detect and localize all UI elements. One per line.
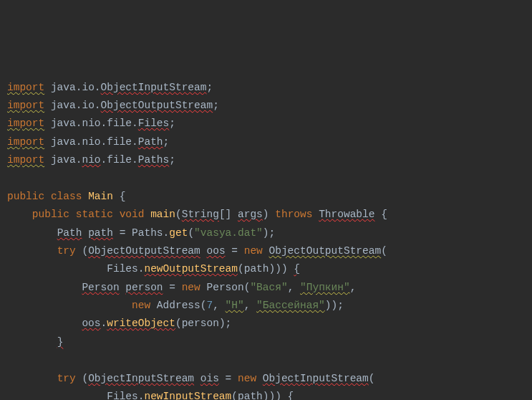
code-line: import java.nio.file.Paths;: [7, 151, 525, 169]
keyword-import: import: [7, 154, 44, 166]
code-line: import java.nio.file.Files;: [7, 115, 525, 133]
keyword-import: import: [7, 136, 44, 148]
blank-line: [7, 169, 525, 187]
code-editor[interactable]: import java.io.ObjectInputStream;import …: [7, 79, 525, 401]
code-line: Files.newOutputStream(path))) {: [7, 260, 525, 278]
code-line: Files.newInputStream(path))) {: [7, 388, 525, 400]
code-line: new Address(7, "Н", "Бассейная"));: [7, 297, 525, 315]
keyword-import: import: [7, 100, 44, 111]
code-line: public class Main {: [7, 188, 525, 206]
code-line: import java.io.ObjectOutputStream;: [7, 97, 525, 115]
keyword-public: public: [7, 191, 44, 202]
method-main: main: [150, 209, 175, 220]
keyword-import: import: [7, 118, 44, 129]
class-ref: Paths: [138, 154, 170, 166]
keyword-import: import: [7, 82, 44, 93]
code-line: }: [7, 333, 525, 351]
class-ref: Path: [138, 136, 163, 148]
code-line: Person person = new Person("Вася", "Пупк…: [7, 279, 525, 297]
blank-line: [7, 351, 525, 369]
code-line: try (ObjectOutputStream oos = new Object…: [7, 242, 525, 260]
code-line: Path path = Paths.get("vasya.dat");: [7, 224, 525, 242]
code-line: import java.io.ObjectInputStream;: [7, 79, 525, 97]
class-ref: ObjectOutputStream: [101, 100, 213, 111]
class-name: Main: [88, 191, 113, 202]
string-literal: "vasya.dat": [194, 227, 263, 239]
code-line: try (ObjectInputStream ois = new ObjectI…: [7, 370, 525, 388]
class-ref: Files: [138, 118, 170, 129]
code-line: import java.nio.file.Path;: [7, 133, 525, 151]
code-line: oos.writeObject(person);: [7, 315, 525, 333]
class-ref: ObjectInputStream: [101, 82, 207, 93]
code-line: public static void main(String[] args) t…: [7, 206, 525, 224]
